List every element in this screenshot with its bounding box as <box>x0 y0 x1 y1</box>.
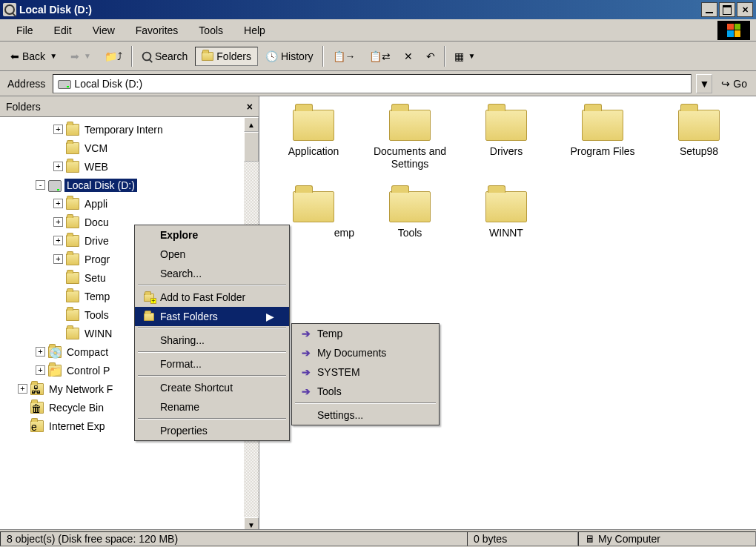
folder-icon <box>293 191 334 222</box>
expand-toggle[interactable]: + <box>18 384 27 394</box>
folder-item[interactable]: Program Files <box>554 107 651 188</box>
close-button[interactable] <box>737 2 753 17</box>
menu-item[interactable]: Properties <box>135 421 289 440</box>
tree-item[interactable]: +Temporary Intern <box>0 120 259 139</box>
menu-tools[interactable]: Tools <box>188 21 233 39</box>
window-title: Local Disk (D:) <box>19 4 701 16</box>
menu-item[interactable]: Explore <box>135 225 289 245</box>
menu-item[interactable]: Sharing... <box>135 331 289 350</box>
submenu-item[interactable]: ➔SYSTEM <box>292 362 439 382</box>
expand-toggle[interactable] <box>18 421 27 431</box>
folder-icon <box>66 253 79 265</box>
folders-close-button[interactable]: × <box>247 101 253 113</box>
back-button[interactable]: ⬅ Back ▼ <box>4 47 63 65</box>
tree-label: Local Disk (D:) <box>64 179 137 192</box>
submenu-item[interactable]: ➔My Documents <box>292 343 439 362</box>
expand-toggle[interactable]: + <box>53 236 63 245</box>
folders-button[interactable]: Folders <box>195 47 258 66</box>
folder-item[interactable]: WINNT <box>458 188 554 270</box>
menu-edit[interactable]: Edit <box>44 21 82 39</box>
submenu-item[interactable]: Settings... <box>292 405 439 425</box>
maximize-button[interactable] <box>719 2 735 17</box>
copyto-button[interactable]: 📋⇄ <box>363 47 397 65</box>
folder-icon <box>66 309 79 321</box>
menu-item[interactable]: Search... <box>135 264 289 283</box>
address-dropdown[interactable]: ▼ <box>696 74 712 93</box>
expand-toggle[interactable]: + <box>53 125 63 134</box>
content-pane[interactable]: ApplicationDocuments and SettingsDrivers… <box>259 96 756 547</box>
tree-label: Control P <box>64 364 112 377</box>
tree-label: Setu <box>82 271 108 285</box>
expand-toggle[interactable] <box>53 273 63 282</box>
tree-label: Internet Exp <box>47 420 107 433</box>
folder-item[interactable]: Tools <box>362 188 458 270</box>
window-icon <box>3 3 16 16</box>
expand-toggle[interactable]: + <box>36 347 45 357</box>
tree-item[interactable]: +Appli <box>0 194 259 213</box>
minimize-button[interactable] <box>701 2 717 17</box>
expand-toggle[interactable]: + <box>53 217 63 227</box>
addressbar: Address Local Disk (D:) ▼ ↪ Go <box>0 71 756 96</box>
expand-toggle[interactable] <box>53 291 63 301</box>
address-field[interactable]: Local Disk (D:) <box>53 74 692 93</box>
tree-item[interactable]: -Local Disk (D:) <box>0 176 259 194</box>
menu-view[interactable]: View <box>82 21 125 39</box>
forward-button[interactable]: ➡ ▼ <box>64 47 97 65</box>
context-submenu[interactable]: ➔Temp➔My Documents➔SYSTEM➔ToolsSettings.… <box>291 323 440 425</box>
menu-item[interactable]: Rename <box>135 397 289 417</box>
expand-toggle[interactable]: + <box>53 254 63 264</box>
folder-icon <box>66 161 79 173</box>
search-button[interactable]: Search <box>136 47 193 65</box>
undo-button[interactable]: ↶ <box>420 47 441 65</box>
arrow-icon: ➔ <box>299 328 313 339</box>
expand-toggle[interactable] <box>53 328 63 338</box>
expand-toggle[interactable] <box>53 143 63 153</box>
status-location: 🖥 My Computer <box>578 531 756 546</box>
folder-icon <box>66 124 79 136</box>
submenu-item[interactable]: ➔Tools <box>292 382 439 401</box>
folders-title: Folders <box>6 101 247 113</box>
ctrl-icon: 📁 <box>48 365 62 377</box>
tree-label: WINN <box>82 327 114 340</box>
submenu-item[interactable]: ➔Temp <box>292 324 439 343</box>
expand-toggle[interactable]: - <box>36 180 45 190</box>
menu-favorites[interactable]: Favorites <box>125 21 189 39</box>
menu-item[interactable]: Open <box>135 245 289 264</box>
delete-button[interactable]: ✕ <box>398 47 419 65</box>
context-menu[interactable]: ExploreOpenSearch...+Add to Fast FolderF… <box>134 225 290 441</box>
disk-icon <box>48 180 62 192</box>
tree-item[interactable]: VCM <box>0 139 259 157</box>
status-selection: 0 bytes <box>467 531 578 546</box>
history-button[interactable]: 🕓 History <box>259 47 319 65</box>
folder-item[interactable]: Application <box>265 107 362 188</box>
expand-toggle[interactable]: + <box>36 365 45 375</box>
arrow-icon: ➔ <box>299 347 313 359</box>
menu-item[interactable]: Fast Folders▶ <box>135 307 289 326</box>
menu-item[interactable]: +Add to Fast Folder <box>135 288 289 307</box>
expand-toggle[interactable]: + <box>53 162 63 171</box>
expand-toggle[interactable]: + <box>53 199 63 208</box>
menu-item[interactable]: Create Shortcut <box>135 378 289 397</box>
moveto-button[interactable]: 📋→ <box>327 47 362 65</box>
ie-icon: e <box>30 420 44 432</box>
menu-file[interactable]: File <box>6 21 44 39</box>
expand-toggle[interactable] <box>53 310 63 319</box>
menu-help[interactable]: Help <box>233 21 276 39</box>
bin-icon: 🗑 <box>30 402 44 414</box>
expand-toggle[interactable] <box>18 402 27 412</box>
folder-icon <box>389 110 431 141</box>
status-objects: 8 object(s) (Disk free space: 120 MB) <box>0 531 467 546</box>
go-button[interactable]: ↪ Go <box>717 78 752 90</box>
statusbar: 8 object(s) (Disk free space: 120 MB) 0 … <box>0 529 756 547</box>
tree-label: VCM <box>82 142 110 155</box>
folder-item[interactable]: Documents and Settings <box>362 107 458 188</box>
folder-item[interactable]: Drivers <box>458 107 554 188</box>
tree-item[interactable]: +WEB <box>0 157 259 176</box>
folder-item[interactable]: Setup98 <box>651 107 747 188</box>
up-button[interactable]: 📁⤴ <box>99 47 128 65</box>
folder-name: Application <box>288 145 339 158</box>
views-button[interactable]: ▦▼ <box>448 47 482 65</box>
menu-item[interactable]: Format... <box>135 354 289 374</box>
tree-label: Temporary Intern <box>82 123 165 136</box>
folder-icon <box>66 216 79 228</box>
